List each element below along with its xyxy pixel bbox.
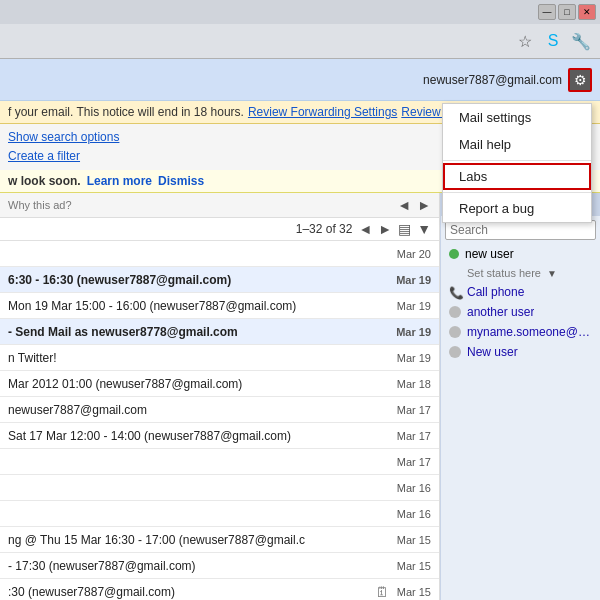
chat-contact-myname[interactable]: myname.someone@g... (441, 322, 600, 342)
chat-contact-new-user[interactable]: New user (441, 342, 600, 362)
ad-label: Why this ad? (8, 199, 391, 211)
chat-search-input[interactable] (445, 220, 596, 240)
dropdown-divider-2 (443, 192, 591, 193)
chat-contact-another-user[interactable]: another user (441, 302, 600, 322)
gear-button[interactable]: ⚙ (568, 68, 592, 92)
chat-panel: Chat a new user Set status here ▼ 📞 Call… (440, 193, 600, 600)
dropdown-divider (443, 160, 591, 161)
close-button[interactable]: ✕ (578, 4, 596, 20)
email-row-date: Mar 15 (397, 586, 431, 598)
mail-settings-item[interactable]: Mail settings (443, 104, 591, 131)
table-row[interactable]: Mar 16 (0, 475, 439, 501)
email-row-text: newuser7887@gmail.com (8, 403, 389, 417)
chat-contact-call-phone[interactable]: 📞 Call phone (441, 282, 600, 302)
email-row-text: :30 (newuser7887@gmail.com) (8, 585, 371, 599)
maximize-button[interactable]: □ (558, 4, 576, 20)
email-row-date: Mar 15 (397, 534, 431, 546)
table-row[interactable]: Mon 19 Mar 15:00 - 16:00 (newuser7887@gm… (0, 293, 439, 319)
new-look-text: w look soon. (8, 174, 81, 188)
email-row-date: Mar 17 (397, 456, 431, 468)
email-list: Why this ad? ◄ ► 1–32 of 32 ◄ ► ▤ ▼ Mar … (0, 193, 440, 600)
email-row-date: Mar 20 (397, 248, 431, 260)
online-status-dot (449, 249, 459, 259)
table-row[interactable]: - Send Mail as newuser8778@gmail.com Mar… (0, 319, 439, 345)
email-row-text: n Twitter! (8, 351, 389, 365)
contact-dot-icon (449, 326, 461, 338)
table-row[interactable]: Mar 2012 01:00 (newuser7887@gmail.com) M… (0, 371, 439, 397)
gmail-page: newuser7887@gmail.com ⚙ f your email. Th… (0, 59, 600, 600)
calendar-icon: 🗓 (375, 584, 389, 600)
view-dropdown-arrow[interactable]: ▼ (417, 221, 431, 237)
settings-dropdown: Mail settings Mail help Labs Report a bu… (442, 103, 592, 223)
main-content: Why this ad? ◄ ► 1–32 of 32 ◄ ► ▤ ▼ Mar … (0, 193, 600, 600)
labs-item[interactable]: Labs (443, 163, 591, 190)
notification-text: f your email. This notice will end in 18… (8, 105, 244, 119)
gmail-topbar: newuser7887@gmail.com ⚙ (0, 59, 600, 101)
browser-toolbar: ☆ S 🔧 (0, 24, 600, 58)
contact-dot-icon (449, 306, 461, 318)
email-row-date: Mar 19 (396, 326, 431, 338)
email-row-date: Mar 16 (397, 508, 431, 520)
contact-name: New user (467, 345, 518, 359)
email-row-text: Sat 17 Mar 12:00 - 14:00 (newuser7887@gm… (8, 429, 389, 443)
mail-help-item[interactable]: Mail help (443, 131, 591, 158)
prev-page-arrow[interactable]: ◄ (358, 221, 372, 237)
chat-set-status-row[interactable]: Set status here ▼ (441, 264, 600, 282)
phone-icon: 📞 (449, 286, 461, 298)
email-list-ad-header: Why this ad? ◄ ► (0, 193, 439, 218)
email-subheader: 1–32 of 32 ◄ ► ▤ ▼ (0, 218, 439, 241)
minimize-button[interactable]: — (538, 4, 556, 20)
table-row[interactable]: Mar 17 (0, 449, 439, 475)
next-page-arrow[interactable]: ► (378, 221, 392, 237)
title-bar: — □ ✕ (0, 0, 600, 24)
learn-more-link[interactable]: Learn more (87, 174, 152, 188)
email-rows: Mar 20 6:30 - 16:30 (newuser7887@gmail.c… (0, 241, 439, 600)
contact-name: myname.someone@g... (467, 325, 592, 339)
star-icon[interactable]: ☆ (514, 30, 536, 52)
set-status-text: Set status here (467, 267, 541, 279)
window-controls: — □ ✕ (538, 4, 596, 20)
report-bug-item[interactable]: Report a bug (443, 195, 591, 222)
table-row[interactable]: - 17:30 (newuser7887@gmail.com) Mar 15 (0, 553, 439, 579)
wrench-icon[interactable]: 🔧 (570, 30, 592, 52)
email-row-date: Mar 19 (396, 274, 431, 286)
email-row-date: Mar 18 (397, 378, 431, 390)
gmail-account: newuser7887@gmail.com (423, 73, 562, 87)
email-row-date: Mar 17 (397, 430, 431, 442)
gear-icon: ⚙ (574, 72, 587, 88)
email-row-date: Mar 19 (397, 300, 431, 312)
list-view-icon[interactable]: ▤ (398, 221, 411, 237)
ad-prev-arrow[interactable]: ◄ (397, 197, 411, 213)
dismiss-link[interactable]: Dismiss (158, 174, 204, 188)
email-row-date: Mar 17 (397, 404, 431, 416)
email-row-text: Mon 19 Mar 15:00 - 16:00 (newuser7887@gm… (8, 299, 389, 313)
table-row[interactable]: 6:30 - 16:30 (newuser7887@gmail.com) Mar… (0, 267, 439, 293)
browser-chrome: — □ ✕ ☆ S 🔧 (0, 0, 600, 59)
table-row[interactable]: Mar 16 (0, 501, 439, 527)
skype-icon[interactable]: S (542, 30, 564, 52)
ad-next-arrow[interactable]: ► (417, 197, 431, 213)
email-row-date: Mar 16 (397, 482, 431, 494)
contact-dot-icon (449, 346, 461, 358)
table-row[interactable]: ng @ Thu 15 Mar 16:30 - 17:00 (newuser78… (0, 527, 439, 553)
table-row[interactable]: Mar 20 (0, 241, 439, 267)
email-row-date: Mar 15 (397, 560, 431, 572)
page-count: 1–32 of 32 (296, 222, 353, 236)
chat-user-name: new user (465, 247, 514, 261)
table-row[interactable]: Sat 17 Mar 12:00 - 14:00 (newuser7887@gm… (0, 423, 439, 449)
table-row[interactable]: n Twitter! Mar 19 (0, 345, 439, 371)
email-row-text: ng @ Thu 15 Mar 16:30 - 17:00 (newuser78… (8, 533, 389, 547)
contact-name: another user (467, 305, 534, 319)
table-row[interactable]: :30 (newuser7887@gmail.com) 🗓 Mar 15 (0, 579, 439, 600)
email-row-text: - 17:30 (newuser7887@gmail.com) (8, 559, 389, 573)
email-row-text: - Send Mail as newuser8778@gmail.com (8, 325, 388, 339)
email-row-text: 6:30 - 16:30 (newuser7887@gmail.com) (8, 273, 388, 287)
status-arrow-icon[interactable]: ▼ (547, 268, 557, 279)
chat-status-row: new user (441, 244, 600, 264)
contact-name: Call phone (467, 285, 524, 299)
table-row[interactable]: newuser7887@gmail.com Mar 17 (0, 397, 439, 423)
review-forwarding-link[interactable]: Review Forwarding Settings (248, 105, 397, 119)
email-row-text: Mar 2012 01:00 (newuser7887@gmail.com) (8, 377, 389, 391)
email-row-date: Mar 19 (397, 352, 431, 364)
